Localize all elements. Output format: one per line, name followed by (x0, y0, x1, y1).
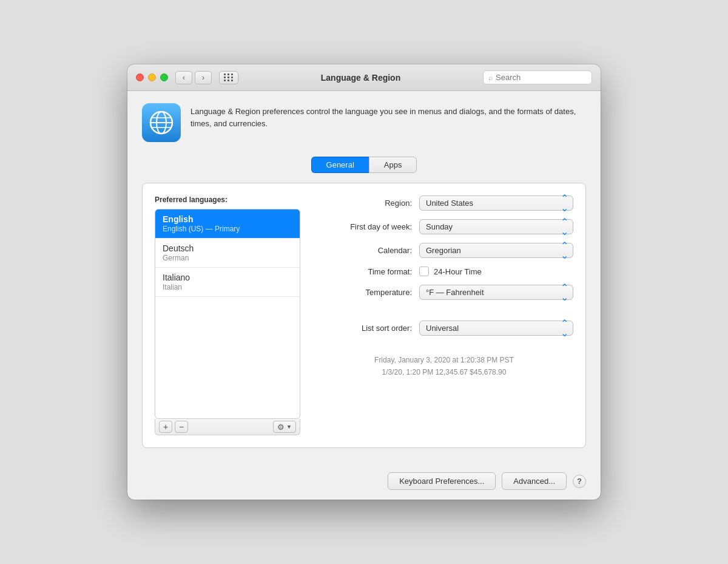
forward-button[interactable]: › (195, 71, 212, 84)
time-format-checkbox-row: 24-Hour Time (419, 267, 482, 276)
language-name: Deutsch (163, 243, 292, 253)
header-area: Language & Region preferences control th… (142, 103, 586, 144)
region-row: Region: United States United Kingdom Can… (315, 195, 573, 211)
language-name: Italiano (163, 273, 292, 282)
search-icon: ⌕ (488, 73, 493, 82)
temperature-select-wrapper: °F — Fahrenheit °C — Celsius ⌃⌄ (419, 285, 573, 300)
search-input[interactable] (496, 73, 587, 82)
language-name: English (163, 214, 292, 224)
titlebar: ‹ › Language & Region ⌕ (127, 64, 601, 91)
language-toolbar: + − ⚙ ▼ (155, 419, 300, 435)
list-sort-label: List sort order: (315, 324, 412, 333)
add-language-button[interactable]: + (159, 421, 172, 433)
list-item[interactable]: Italiano Italian (155, 268, 300, 297)
list-item[interactable]: Deutsch German (155, 239, 300, 268)
temperature-select[interactable]: °F — Fahrenheit °C — Celsius (419, 285, 573, 300)
preview-area: Friday, January 3, 2020 at 1:20:38 PM PS… (315, 354, 573, 379)
calendar-select[interactable]: Gregorian Buddhist Chinese Hebrew Islami… (419, 243, 573, 258)
window-title: Language & Region (246, 73, 476, 83)
back-button[interactable]: ‹ (175, 71, 192, 84)
gear-menu-button[interactable]: ⚙ ▼ (273, 421, 296, 433)
list-item[interactable]: English English (US) — Primary (155, 209, 300, 239)
languages-label: Preferred languages: (155, 195, 300, 204)
calendar-row: Calendar: Gregorian Buddhist Chinese Heb… (315, 243, 573, 258)
calendar-select-wrapper: Gregorian Buddhist Chinese Hebrew Islami… (419, 243, 573, 258)
region-select[interactable]: United States United Kingdom Canada Aust… (419, 195, 573, 211)
search-box[interactable]: ⌕ (483, 70, 592, 84)
nav-buttons: ‹ › (175, 71, 212, 84)
language-sub: German (163, 254, 292, 262)
region-select-wrapper: United States United Kingdom Canada Aust… (419, 195, 573, 211)
first-day-row: First day of week: Sunday Monday Saturda… (315, 219, 573, 234)
close-button[interactable] (136, 73, 144, 81)
time-format-label: Time format: (315, 267, 412, 276)
time-format-checkbox[interactable] (419, 267, 429, 276)
settings-section: Region: United States United Kingdom Can… (315, 195, 573, 435)
first-day-select[interactable]: Sunday Monday Saturday (419, 219, 573, 234)
time-format-checkbox-label: 24-Hour Time (434, 267, 482, 276)
tab-apps[interactable]: Apps (369, 157, 417, 173)
temperature-label: Temperature: (315, 288, 412, 297)
temperature-row: Temperature: °F — Fahrenheit °C — Celsiu… (315, 285, 573, 300)
advanced-button[interactable]: Advanced... (502, 472, 567, 490)
main-window: ‹ › Language & Region ⌕ (127, 64, 601, 500)
header-description: Language & Region preferences control th… (190, 103, 586, 129)
region-label: Region: (315, 199, 412, 208)
content-area: Language & Region preferences control th… (127, 91, 601, 463)
bottom-bar: Keyboard Preferences... Advanced... ? (127, 463, 601, 500)
keyboard-preferences-button[interactable]: Keyboard Preferences... (388, 472, 496, 490)
traffic-lights (136, 73, 168, 81)
help-button[interactable]: ? (573, 475, 586, 488)
first-day-label: First day of week: (315, 222, 412, 231)
globe-icon (142, 103, 181, 144)
gear-chevron-icon: ▼ (286, 424, 292, 430)
grid-view-button[interactable] (219, 71, 238, 84)
first-day-select-wrapper: Sunday Monday Saturday ⌃⌄ (419, 219, 573, 234)
time-format-row: Time format: 24-Hour Time (315, 267, 573, 276)
language-section: Preferred languages: English English (US… (155, 195, 300, 435)
language-list: English English (US) — Primary Deutsch G… (155, 209, 300, 419)
list-sort-select-wrapper: Universal Current Language ⌃⌄ (419, 321, 573, 336)
language-sub: Italian (163, 283, 292, 291)
preview-line2: 1/3/20, 1:20 PM 12,345.67 $45,678.90 (315, 366, 573, 378)
minimize-button[interactable] (148, 73, 156, 81)
list-sort-select[interactable]: Universal Current Language (419, 321, 573, 336)
gear-icon: ⚙ (277, 423, 285, 432)
calendar-label: Calendar: (315, 246, 412, 255)
remove-language-button[interactable]: − (175, 421, 188, 433)
list-sort-row: List sort order: Universal Current Langu… (315, 321, 573, 336)
maximize-button[interactable] (160, 73, 168, 81)
tab-general[interactable]: General (311, 157, 369, 173)
preview-line1: Friday, January 3, 2020 at 1:20:38 PM PS… (315, 354, 573, 366)
main-panel: Preferred languages: English English (US… (142, 183, 586, 448)
tab-bar: General Apps (142, 157, 586, 173)
language-sub: English (US) — Primary (163, 225, 292, 233)
